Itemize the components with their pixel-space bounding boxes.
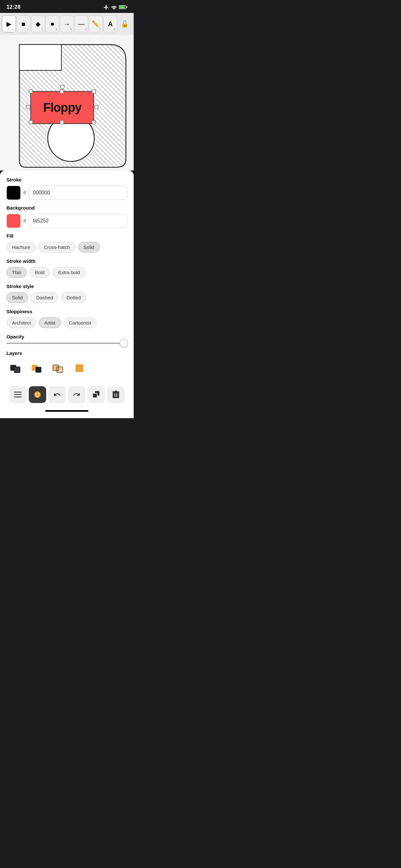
svg-text:Floppy: Floppy bbox=[43, 101, 82, 114]
fill-options: Hachure Cross-hatch Solid bbox=[6, 242, 127, 252]
copy-button[interactable] bbox=[88, 386, 105, 403]
sloppiness-label: Sloppiness bbox=[6, 309, 127, 314]
opacity-fill bbox=[6, 343, 121, 344]
svg-rect-1 bbox=[126, 6, 127, 8]
toolbar: ▶ 1 ■ 2 ◆ 3 ● 4 → 5 — 6 ✏️ 7 A 8 🔓 bbox=[0, 13, 134, 35]
airplane-icon bbox=[103, 4, 109, 10]
stroke-bold[interactable]: Bold bbox=[29, 267, 50, 278]
stroke-dashed[interactable]: Dashed bbox=[31, 292, 58, 303]
pencil-icon: ✏️ bbox=[92, 20, 100, 28]
svg-rect-24 bbox=[57, 367, 63, 373]
status-icons: ⚡ bbox=[103, 4, 127, 10]
svg-rect-11 bbox=[29, 120, 33, 124]
tool-circle[interactable]: ● 4 bbox=[45, 16, 59, 32]
bg-color-input[interactable] bbox=[29, 214, 127, 228]
circle-icon: ● bbox=[50, 20, 55, 28]
svg-rect-9 bbox=[60, 90, 64, 93]
opacity-thumb[interactable] bbox=[120, 339, 128, 347]
redo-button[interactable] bbox=[68, 386, 86, 403]
tool-arrow[interactable]: → 5 bbox=[60, 16, 74, 32]
sloppiness-architect[interactable]: Architect bbox=[6, 317, 36, 328]
svg-rect-20 bbox=[14, 367, 20, 373]
svg-text:⚡: ⚡ bbox=[121, 6, 124, 9]
stroke-width-label: Stroke width bbox=[6, 258, 127, 264]
layer-icon-2[interactable] bbox=[28, 359, 46, 377]
svg-rect-29 bbox=[14, 394, 22, 395]
fill-cross-hatch[interactable]: Cross-hatch bbox=[38, 242, 75, 252]
lock-icon: 🔓 bbox=[121, 20, 129, 28]
svg-rect-13 bbox=[92, 120, 96, 124]
tool-lock[interactable]: 🔓 bbox=[118, 16, 132, 32]
svg-rect-36 bbox=[113, 392, 119, 398]
stroke-solid[interactable]: Solid bbox=[6, 292, 28, 303]
stroke-thin[interactable]: Thin bbox=[6, 267, 27, 278]
svg-point-32 bbox=[35, 393, 37, 394]
svg-rect-38 bbox=[117, 393, 117, 397]
menu-button[interactable] bbox=[9, 386, 27, 403]
fill-hachure[interactable]: Hachure bbox=[6, 242, 36, 252]
style-icon bbox=[34, 391, 41, 399]
sloppiness-artist[interactable]: Artist bbox=[39, 317, 61, 328]
sloppiness-cartoonist[interactable]: Cartoonist bbox=[64, 317, 96, 328]
status-bar: 12:28 ⚡ bbox=[0, 0, 134, 13]
svg-rect-40 bbox=[115, 391, 117, 392]
properties-panel: Stroke # Background # Fill Hachure Cross… bbox=[0, 170, 134, 407]
sloppiness-options: Architect Artist Cartoonist bbox=[6, 317, 127, 328]
home-bar bbox=[45, 410, 89, 412]
delete-button[interactable] bbox=[107, 386, 125, 403]
svg-rect-35 bbox=[93, 393, 97, 398]
layer-icon-1[interactable] bbox=[6, 359, 25, 377]
status-time: 12:28 bbox=[6, 4, 20, 10]
bg-hash: # bbox=[23, 218, 26, 224]
stroke-color-input[interactable] bbox=[29, 186, 127, 200]
svg-rect-14 bbox=[27, 105, 30, 109]
canvas-svg: Floppy bbox=[0, 35, 134, 170]
menu-icon bbox=[14, 392, 22, 398]
fill-solid[interactable]: Solid bbox=[78, 242, 100, 252]
undo-button[interactable] bbox=[48, 386, 66, 403]
opacity-track bbox=[6, 343, 127, 344]
select-icon: ▶ bbox=[6, 20, 11, 28]
svg-rect-10 bbox=[92, 90, 96, 93]
text-icon: A bbox=[108, 20, 113, 28]
layer-icon-4[interactable] bbox=[70, 359, 89, 377]
svg-point-16 bbox=[60, 85, 64, 89]
tool-select[interactable]: ▶ 1 bbox=[2, 16, 16, 32]
svg-rect-28 bbox=[14, 392, 22, 393]
battery-icon: ⚡ bbox=[119, 5, 127, 9]
svg-rect-22 bbox=[35, 367, 41, 373]
stroke-width-options: Thin Bold Extra bold bbox=[6, 267, 127, 278]
fill-label: Fill bbox=[6, 233, 127, 239]
svg-rect-12 bbox=[60, 120, 64, 124]
style-button[interactable] bbox=[29, 386, 47, 403]
tool-diamond[interactable]: ◆ 3 bbox=[31, 16, 45, 32]
opacity-slider-container[interactable] bbox=[6, 343, 127, 344]
layer-icons bbox=[6, 359, 127, 377]
stroke-color-swatch[interactable] bbox=[6, 186, 21, 200]
svg-rect-30 bbox=[14, 397, 22, 398]
svg-point-33 bbox=[38, 393, 39, 394]
line-icon: — bbox=[78, 20, 85, 28]
tool-line[interactable]: — 6 bbox=[74, 16, 89, 32]
stroke-hash: # bbox=[23, 190, 26, 196]
undo-icon bbox=[53, 391, 61, 399]
layers-section: Layers bbox=[6, 350, 127, 377]
delete-icon bbox=[112, 391, 120, 399]
layer-icon-3[interactable] bbox=[49, 359, 67, 377]
tool-text[interactable]: A 8 bbox=[103, 16, 117, 32]
background-label: Background bbox=[6, 205, 127, 211]
tool-pencil[interactable]: ✏️ 7 bbox=[89, 16, 103, 32]
home-indicator bbox=[0, 407, 134, 418]
tool-rect[interactable]: ■ 2 bbox=[17, 16, 30, 32]
layers-label: Layers bbox=[6, 350, 127, 356]
bottom-toolbar bbox=[6, 382, 127, 407]
stroke-extra-bold[interactable]: Extra bold bbox=[53, 267, 86, 278]
bg-color-swatch[interactable] bbox=[6, 214, 21, 228]
rect-icon: ■ bbox=[21, 20, 25, 28]
canvas-area[interactable]: Floppy bbox=[0, 35, 134, 170]
stroke-style-label: Stroke style bbox=[6, 283, 127, 289]
redo-icon bbox=[73, 391, 81, 399]
opacity-label: Opacity bbox=[6, 334, 127, 339]
stroke-color-row: # bbox=[6, 186, 127, 200]
stroke-dotted[interactable]: Dotted bbox=[61, 292, 86, 303]
